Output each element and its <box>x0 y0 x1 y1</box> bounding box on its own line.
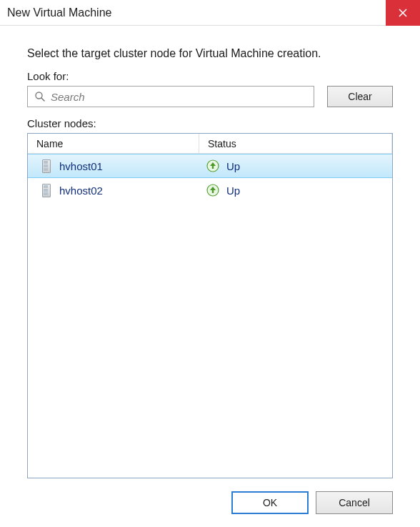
list-body: hvhost01Uphvhost02Up <box>28 154 392 478</box>
dialog-content: Select the target cluster node for Virtu… <box>0 26 420 527</box>
node-name: hvhost01 <box>59 160 103 172</box>
clear-button[interactable]: Clear <box>327 86 393 107</box>
cell-status: Up <box>199 184 392 197</box>
cell-name: hvhost02 <box>28 183 199 197</box>
instruction-text: Select the target cluster node for Virtu… <box>27 47 393 60</box>
cluster-nodes-list: Name Status hvhost01Uphvhost02Up <box>27 133 393 478</box>
dialog-window: New Virtual Machine Select the target cl… <box>0 0 420 527</box>
server-icon <box>41 159 52 173</box>
cancel-button[interactable]: Cancel <box>316 491 393 514</box>
search-field-wrap <box>27 86 314 107</box>
cell-status: Up <box>199 159 392 172</box>
table-row[interactable]: hvhost02Up <box>28 178 392 202</box>
column-header-status[interactable]: Status <box>199 134 392 153</box>
search-row: Clear <box>27 86 393 107</box>
svg-line-3 <box>41 98 44 101</box>
cluster-nodes-label: Cluster nodes: <box>27 117 393 129</box>
node-name: hvhost02 <box>59 184 103 197</box>
list-header: Name Status <box>28 134 392 154</box>
node-status: Up <box>226 184 240 197</box>
column-header-name[interactable]: Name <box>28 134 199 153</box>
server-icon <box>41 183 52 197</box>
cell-name: hvhost01 <box>28 159 199 173</box>
window-title: New Virtual Machine <box>7 6 386 19</box>
close-button[interactable] <box>386 0 420 26</box>
node-status: Up <box>226 160 240 172</box>
close-icon <box>399 9 407 17</box>
search-input[interactable] <box>51 87 314 107</box>
look-for-label: Look for: <box>27 70 393 82</box>
dialog-footer: OK Cancel <box>27 478 393 514</box>
table-row[interactable]: hvhost01Up <box>28 154 392 178</box>
search-icon <box>34 90 46 103</box>
status-up-icon <box>206 159 219 172</box>
titlebar: New Virtual Machine <box>0 0 420 26</box>
status-up-icon <box>206 184 219 197</box>
ok-button[interactable]: OK <box>231 491 309 514</box>
